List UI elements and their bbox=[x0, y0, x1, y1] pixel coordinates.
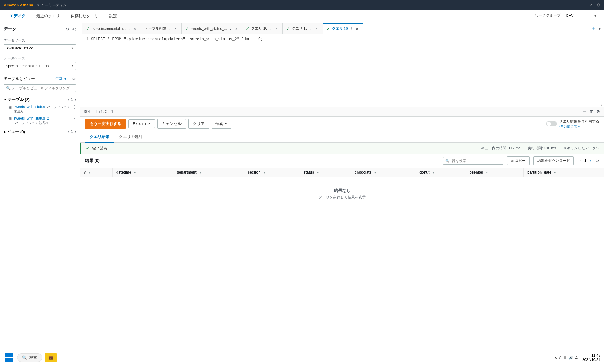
query-tab-1-close[interactable]: × bbox=[133, 26, 137, 31]
table-item-1[interactable]: ▦ sweets_with_status パーティション化済み ⋮ bbox=[4, 104, 76, 115]
col-section-label: section bbox=[248, 170, 261, 174]
datasource-select-wrapper: AwsDataCatalog bbox=[4, 44, 76, 52]
sys-icon-font[interactable]: A bbox=[559, 356, 561, 360]
no-results: 結果なし クエリを実行して結果を表示 bbox=[84, 179, 600, 209]
page-prev[interactable]: ‹ bbox=[577, 158, 583, 164]
col-hash-sort[interactable]: ▼ bbox=[88, 171, 91, 174]
line-content-1: SELECT * FROM "spiceincrementalupdatedb"… bbox=[91, 37, 263, 41]
run-again-button[interactable]: もう一度実行する bbox=[85, 119, 126, 129]
nav-tab-recent[interactable]: 最近のクエリ bbox=[31, 10, 65, 22]
query-tab-1-menu[interactable]: ⋮ bbox=[127, 27, 131, 30]
nav-tab-saved[interactable]: 保存したクエリ bbox=[66, 10, 103, 22]
result-tab-stats[interactable]: クエリの統計 bbox=[114, 131, 147, 143]
tab-dropdown-button[interactable]: ▼ bbox=[598, 27, 602, 31]
filter-input-wrapper: 🔍 bbox=[4, 84, 76, 92]
query-tab-3-close[interactable]: × bbox=[234, 26, 238, 31]
table-view-icon[interactable]: ⊞ bbox=[590, 109, 593, 114]
table-item-1-menu[interactable]: ⋮ bbox=[72, 105, 76, 109]
start-button[interactable] bbox=[4, 352, 14, 363]
download-button[interactable]: 結果をダウンロード bbox=[533, 156, 574, 165]
sys-icon-1[interactable]: ∧ bbox=[554, 356, 557, 360]
filter-input[interactable] bbox=[4, 84, 76, 92]
pagination-settings-icon[interactable]: ⚙ bbox=[595, 158, 599, 163]
query-tab-4-close[interactable]: × bbox=[274, 26, 278, 31]
table-icon-1: ▦ bbox=[8, 105, 12, 109]
tables-pagination: ‹ 1 › bbox=[68, 97, 76, 102]
row-search-input[interactable] bbox=[443, 157, 503, 165]
collapse-icon[interactable]: ≪ bbox=[72, 27, 76, 32]
table-item-2-menu[interactable]: ⋮ bbox=[72, 116, 76, 120]
results-count: 結果 (0) bbox=[85, 158, 100, 164]
col-section-sort[interactable]: ▼ bbox=[263, 171, 266, 174]
workgroup-select[interactable]: DEV bbox=[563, 12, 599, 19]
col-hash: # ▼ bbox=[80, 168, 113, 177]
result-tab-result[interactable]: クエリ結果 bbox=[85, 131, 114, 143]
sys-icon-2[interactable]: 🖥 bbox=[563, 356, 567, 360]
query-tab-2-close[interactable]: × bbox=[173, 26, 178, 31]
views-section-header[interactable]: ▶ ビュー (0) ‹ 1 › bbox=[4, 128, 76, 136]
col-osenbei-sort[interactable]: ▼ bbox=[485, 171, 488, 174]
create-query-button[interactable]: 作成 ▼ bbox=[212, 119, 231, 129]
database-select[interactable]: spiceincrementalupdatedb bbox=[4, 62, 76, 70]
query-tab-4-menu[interactable]: ⋮ bbox=[269, 27, 272, 30]
query-tab-3[interactable]: ✓ sweets_with_status_... ⋮ × bbox=[182, 23, 242, 34]
format-icon[interactable]: ☰ bbox=[583, 109, 587, 114]
tables-header: テーブルとビュー 作成 ▼ ⚙ bbox=[4, 75, 76, 82]
col-chocolate-sort[interactable]: ▼ bbox=[374, 171, 377, 174]
col-partition-date-sort[interactable]: ▼ bbox=[554, 171, 557, 174]
resize-handle[interactable]: ⊿ bbox=[600, 103, 604, 107]
query-tab-5-menu[interactable]: ⋮ bbox=[309, 27, 313, 30]
tables-section-header[interactable]: ▼ テーブル (2) ‹ 1 › bbox=[4, 96, 76, 104]
code-editor[interactable]: 1 SELECT * FROM "spiceincrementalupdated… bbox=[80, 34, 604, 107]
taskbar-app-icon[interactable]: 💼 bbox=[45, 353, 57, 362]
page-next[interactable]: › bbox=[588, 158, 593, 164]
clear-button[interactable]: クリア bbox=[188, 119, 209, 129]
settings-icon-editor[interactable]: ⚙ bbox=[596, 109, 600, 114]
top-bar-icon-2[interactable]: ⚙ bbox=[597, 3, 600, 7]
col-chocolate-label: chocolate bbox=[355, 170, 371, 174]
create-button[interactable]: 作成 ▼ bbox=[52, 75, 70, 82]
settings-icon[interactable]: ⚙ bbox=[72, 76, 76, 81]
col-status-sort[interactable]: ▼ bbox=[316, 171, 319, 174]
sys-icon-volume[interactable]: 🔊 bbox=[569, 356, 573, 360]
views-prev-page[interactable]: ‹ bbox=[68, 129, 69, 134]
status-check-icon: ✓ bbox=[86, 145, 90, 151]
tab-add-button[interactable]: + bbox=[590, 25, 597, 32]
query-tab-2[interactable]: テーブル削除 ⋮ × bbox=[141, 23, 182, 34]
toolbar: もう一度実行する Explain ↗ キャンセル クリア 作成 ▼ クエリ結果を… bbox=[80, 117, 604, 131]
col-donut-sort[interactable]: ▼ bbox=[432, 171, 435, 174]
query-tab-6-close[interactable]: × bbox=[355, 27, 359, 31]
datasource-select[interactable]: AwsDataCatalog bbox=[4, 44, 76, 52]
copy-button[interactable]: ⧉ コピー bbox=[507, 156, 530, 165]
query-tab-6-menu[interactable]: ⋮ bbox=[349, 27, 353, 31]
tables-prev-page[interactable]: ‹ bbox=[68, 97, 69, 102]
query-tab-1[interactable]: ✓ `spiceincrementallu... ⋮ × bbox=[82, 23, 141, 34]
col-department-sort[interactable]: ▼ bbox=[199, 171, 202, 174]
taskbar-search[interactable]: 🔍 検索 bbox=[17, 353, 42, 362]
top-bar-right: ? ⚙ bbox=[590, 3, 600, 7]
col-datetime-sort[interactable]: ▼ bbox=[133, 171, 137, 174]
query-tab-5-close[interactable]: × bbox=[314, 26, 319, 31]
reuse-toggle[interactable] bbox=[546, 121, 557, 126]
taskbar-time[interactable]: 11:45 2024/10/21 bbox=[582, 353, 600, 362]
query-tab-2-menu[interactable]: ⋮ bbox=[168, 27, 172, 30]
col-datetime: datetime ▼ bbox=[113, 168, 173, 177]
refresh-icon[interactable]: ↻ bbox=[66, 27, 69, 32]
query-tab-5[interactable]: ✓ クエリ 18 ⋮ × bbox=[283, 23, 323, 34]
explain-button[interactable]: Explain ↗ bbox=[128, 119, 155, 128]
sidebar: データ ↻ ≪ データソース AwsDataCatalog データベース spi… bbox=[0, 23, 80, 353]
nav-tab-editor[interactable]: エディタ bbox=[5, 10, 30, 22]
taskbar-app-icon-img: 💼 bbox=[48, 355, 53, 360]
database-select-wrapper: spiceincrementalupdatedb bbox=[4, 62, 76, 70]
views-next-page[interactable]: › bbox=[75, 129, 76, 134]
nav-tab-settings[interactable]: 設定 bbox=[104, 10, 122, 22]
edit-reuse-icon[interactable]: ✏ bbox=[578, 124, 581, 128]
query-tab-3-menu[interactable]: ⋮ bbox=[229, 27, 232, 30]
query-tab-6[interactable]: ✓ クエリ 19 ⋮ × bbox=[323, 23, 363, 34]
tables-next-page[interactable]: › bbox=[75, 97, 76, 102]
top-bar-icon-1[interactable]: ? bbox=[590, 3, 592, 7]
sys-icon-network[interactable]: 🖧 bbox=[575, 356, 579, 360]
cancel-button[interactable]: キャンセル bbox=[157, 119, 186, 129]
query-tab-4[interactable]: ✓ クエリ 16 ⋮ × bbox=[242, 23, 282, 34]
queue-time-value: 117 ms bbox=[509, 146, 520, 150]
